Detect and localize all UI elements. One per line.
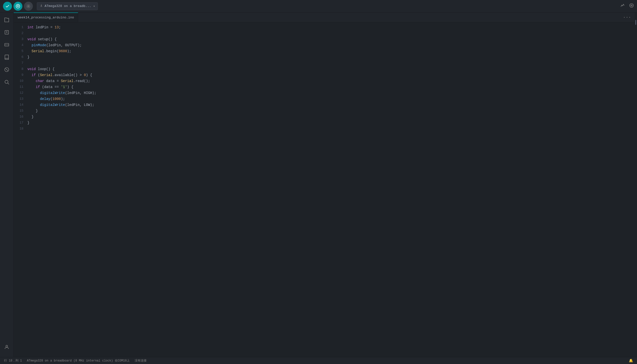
line-number: 18 [14,126,27,132]
code-line: 14 digitalWrite(ledPin, LOW); [14,102,634,108]
svg-point-11 [630,4,633,8]
code-line: 11 if (data == '1') { [14,84,634,90]
code-line: 15 } [14,108,634,114]
svg-line-23 [8,83,9,84]
verify-button[interactable] [3,2,12,11]
code-editor[interactable]: 1int ledPin = 13;2 3void setup() {4 pinM… [14,22,634,357]
board-info: ATmega328 on a breadboard (8 MHz interna… [27,358,130,363]
board-selector[interactable]: ATmega328 on a breadb... ▾ [37,2,98,10]
line-number: 8 [14,66,27,72]
tab-more-button[interactable]: ··· [619,12,634,22]
cursor-position: 行 18，列 1 [4,358,22,363]
line-number: 11 [14,84,27,90]
code-line: 5 Serial.begin(9600); [14,48,634,54]
svg-line-21 [6,68,8,70]
line-content: char data = Serial.read(); [27,78,634,84]
scrollbar-thumb [635,20,636,25]
svg-point-2 [28,6,29,7]
notification-bell-icon[interactable]: 🔔 [629,358,633,363]
toolbar-right [620,3,634,9]
line-content: void loop() { [27,66,634,72]
line-number: 15 [14,108,27,114]
line-number: 2 [14,30,27,36]
svg-line-10 [29,5,30,5]
line-number: 14 [14,102,27,108]
line-content: } [27,54,634,60]
line-content [27,60,634,66]
line-content [27,126,634,132]
sidebar-item-search[interactable] [2,77,12,87]
tab-main-file[interactable]: week14_processing_arduino.ino [14,12,78,22]
code-line: 8void loop() { [14,66,634,72]
sidebar [0,12,14,357]
tab-bar: week14_processing_arduino.ino ··· [14,12,634,22]
chevron-down-icon: ▾ [93,4,95,8]
code-line: 17} [14,120,634,126]
code-line: 13 delay(1000); [14,96,634,102]
code-line: 6} [14,54,634,60]
line-number: 6 [14,54,27,60]
usb-icon [40,4,43,8]
line-number: 1 [14,24,27,30]
line-content: } [27,120,634,126]
code-line: 2 [14,30,634,36]
line-content: if (data == '1') { [27,84,634,90]
tab-filename: week14_processing_arduino.ino [18,16,74,20]
svg-rect-13 [5,30,9,34]
line-number: 10 [14,78,27,84]
sidebar-item-boards[interactable] [2,40,12,50]
sidebar-item-sketch[interactable] [2,27,12,37]
main-body: week14_processing_arduino.ino ··· 1int l… [0,12,637,357]
code-line: 3void setup() { [14,36,634,42]
svg-point-24 [6,345,8,347]
svg-line-9 [27,7,27,8]
line-content: digitalWrite(ledPin, LOW); [27,102,634,108]
line-content: void setup() { [27,36,634,42]
code-line: 1int ledPin = 13; [14,24,634,30]
upload-button[interactable] [14,2,23,11]
svg-point-22 [5,80,8,84]
serial-monitor-icon[interactable] [629,3,634,9]
line-content: if (Serial.available() > 0) { [27,72,634,78]
line-content: pinMode(ledPin, OUTPUT); [27,42,634,48]
line-content: digitalWrite(ledPin, HIGH); [27,90,634,96]
line-number: 4 [14,42,27,48]
code-line: 12 digitalWrite(ledPin, HIGH); [14,90,634,96]
status-bar: 行 18，列 1 ATmega328 on a breadboard (8 MH… [0,357,637,364]
code-line: 9 if (Serial.available() > 0) { [14,72,634,78]
line-content: int ledPin = 13; [27,24,634,30]
board-name: ATmega328 on a breadb... [45,4,91,8]
sidebar-item-account[interactable] [2,342,12,352]
editor-area: week14_processing_arduino.ino ··· 1int l… [14,12,634,357]
line-number: 12 [14,90,27,96]
line-number: 7 [14,60,27,66]
line-content: } [27,114,634,120]
line-number: 3 [14,36,27,42]
svg-line-6 [29,7,30,8]
code-line: 4 pinMode(ledPin, OUTPUT); [14,42,634,48]
toolbar: ATmega328 on a breadb... ▾ [0,0,637,12]
code-line: 10 char data = Serial.read(); [14,78,634,84]
code-line: 7 [14,60,634,66]
sidebar-item-libraries[interactable] [2,52,12,62]
svg-point-12 [631,5,632,6]
connection-status: 没有连接 [135,358,147,363]
line-number: 13 [14,96,27,102]
line-content: Serial.begin(9600); [27,48,634,54]
line-number: 17 [14,120,27,126]
serial-plotter-icon[interactable] [620,3,625,9]
scrollbar-track[interactable] [634,12,637,357]
code-line: 16 } [14,114,634,120]
sidebar-item-files[interactable] [2,15,12,25]
line-number: 9 [14,72,27,78]
sidebar-item-debug[interactable] [2,65,12,74]
line-number: 16 [14,114,27,120]
line-content [27,30,634,36]
status-bar-right: 🔔 [629,358,633,363]
line-content: delay(1000); [27,96,634,102]
line-number: 5 [14,48,27,54]
code-line: 18 [14,126,634,132]
svg-line-5 [27,5,27,5]
line-content: } [27,108,634,114]
debugger-button[interactable] [24,2,33,11]
